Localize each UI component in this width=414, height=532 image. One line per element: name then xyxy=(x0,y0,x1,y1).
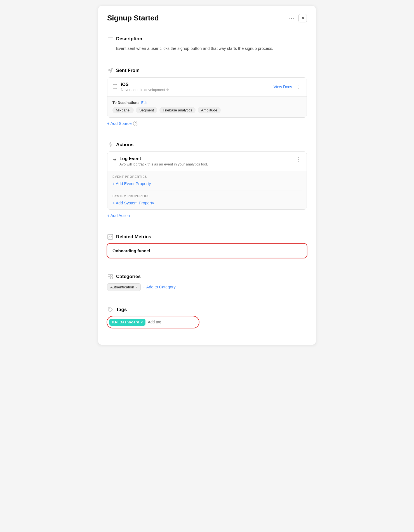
sent-from-section: Sent From iOS Nev xyxy=(107,68,307,126)
description-title: Description xyxy=(116,36,142,42)
ios-icon xyxy=(112,84,117,90)
add-source-link[interactable]: + Add Source xyxy=(107,121,131,126)
event-properties-label: EVENT PROPERTIES xyxy=(112,175,302,178)
actions-header: Actions xyxy=(107,142,307,148)
divider-4 xyxy=(107,267,307,267)
categories-title: Categories xyxy=(116,274,141,279)
ios-source-card: iOS Never seen in development View Docs … xyxy=(107,77,307,118)
dest-chip-amplitude: Amplitude xyxy=(198,107,221,113)
divider-2 xyxy=(107,135,307,135)
tags-icon xyxy=(107,307,113,312)
help-icon[interactable]: ? xyxy=(133,121,138,126)
system-properties-label: SYSTEM PROPERTIES xyxy=(112,194,302,198)
ios-card-left: iOS Never seen in development xyxy=(112,82,169,92)
log-event-more-menu[interactable]: ⋮ xyxy=(296,156,302,162)
log-event-desc: Avo will log/track this as an event in y… xyxy=(119,162,208,166)
add-tag-input[interactable] xyxy=(148,320,197,324)
status-indicator xyxy=(166,88,169,91)
log-event-info: Log Event Avo will log/track this as an … xyxy=(119,156,208,166)
panel-title: Signup Started xyxy=(107,14,159,22)
tag-chip-kpi: KPI Dashboard × xyxy=(109,319,145,326)
category-chip-authentication: Authentication × xyxy=(107,283,141,291)
sent-from-header: Sent From xyxy=(107,68,307,73)
ios-status: Never seen in development xyxy=(121,88,169,92)
close-button[interactable]: ✕ xyxy=(298,14,307,22)
add-action-row: + Add Action xyxy=(107,213,307,218)
actions-title: Actions xyxy=(116,142,133,148)
dest-chip-firebase: Firebase analytics xyxy=(159,107,196,113)
tag-chip-label: KPI Dashboard xyxy=(112,320,139,324)
ios-info: iOS Never seen in development xyxy=(121,82,169,92)
destinations-edit-link[interactable]: Edit xyxy=(141,101,147,105)
metrics-icon xyxy=(107,234,113,240)
source-more-menu[interactable]: ⋮ xyxy=(296,84,302,90)
view-docs-link[interactable]: View Docs xyxy=(274,85,292,89)
tags-wrapper: KPI Dashboard × xyxy=(107,316,199,328)
panel-body: Description Event sent when a user click… xyxy=(98,28,316,345)
ios-card-actions: View Docs ⋮ xyxy=(274,84,302,90)
categories-header: Categories xyxy=(107,274,307,279)
event-panel: Signup Started ··· ✕ Description Even xyxy=(98,6,316,345)
header-actions: ··· ✕ xyxy=(288,14,307,22)
panel-header: Signup Started ··· ✕ xyxy=(98,6,316,28)
sent-from-title: Sent From xyxy=(116,68,140,73)
description-header: Description xyxy=(107,36,307,42)
sent-from-icon xyxy=(107,68,113,73)
description-section: Description Event sent when a user click… xyxy=(107,36,307,52)
actions-icon xyxy=(107,142,113,148)
add-event-property-link[interactable]: + Add Event Property xyxy=(112,181,151,186)
svg-point-4 xyxy=(115,88,115,88)
destinations-section: To Destinations Edit Mixpanel Segment Fi… xyxy=(107,96,307,117)
tags-title: Tags xyxy=(116,307,127,312)
metric-name: Onboarding funnel xyxy=(112,248,150,253)
remove-tag-button[interactable]: × xyxy=(141,320,143,324)
more-options-button[interactable]: ··· xyxy=(288,15,295,22)
ios-card-row: iOS Never seen in development View Docs … xyxy=(107,78,307,96)
svg-rect-9 xyxy=(110,277,112,279)
add-system-property-link[interactable]: + Add System Property xyxy=(112,201,154,205)
add-action-link[interactable]: + Add Action xyxy=(107,213,130,218)
dest-chip-mixpanel: Mixpanel xyxy=(112,107,134,113)
description-icon xyxy=(107,36,113,42)
event-properties-section: EVENT PROPERTIES + Add Event Property SY… xyxy=(107,171,307,209)
svg-point-10 xyxy=(109,308,110,309)
destinations-label: To Destinations Edit xyxy=(112,101,302,105)
divider-5 xyxy=(107,300,307,300)
ios-name: iOS xyxy=(121,82,169,87)
log-event-row: ⇥ Log Event Avo will log/track this as a… xyxy=(107,152,307,171)
log-event-icon: ⇥ xyxy=(112,157,116,162)
related-metrics-title: Related Metrics xyxy=(116,234,151,240)
tags-row: KPI Dashboard × xyxy=(109,319,197,326)
add-to-category-link[interactable]: + Add to Category xyxy=(143,285,175,289)
dest-chip-segment: Segment xyxy=(136,107,157,113)
properties-divider xyxy=(112,190,302,190)
divider-3 xyxy=(107,227,307,227)
actions-section: Actions ⇥ Log Event Avo will log/track t… xyxy=(107,142,307,218)
destinations-chips: Mixpanel Segment Firebase analytics Ampl… xyxy=(112,107,302,113)
categories-icon xyxy=(107,274,113,279)
log-event-left: ⇥ Log Event Avo will log/track this as a… xyxy=(112,156,208,166)
related-metrics-header: Related Metrics xyxy=(107,234,307,240)
remove-authentication-button[interactable]: × xyxy=(136,285,138,289)
divider-1 xyxy=(107,61,307,61)
related-metrics-section: Related Metrics Onboarding funnel xyxy=(107,234,307,258)
log-event-card: ⇥ Log Event Avo will log/track this as a… xyxy=(107,151,307,210)
categories-row: Authentication × + Add to Category xyxy=(107,283,307,291)
svg-rect-6 xyxy=(108,274,110,276)
tags-header: Tags xyxy=(107,307,307,312)
description-text: Event sent when a user clicks the signup… xyxy=(116,46,307,52)
tags-section: Tags KPI Dashboard × xyxy=(107,307,307,328)
add-source-row: + Add Source ? xyxy=(107,121,307,126)
log-event-title: Log Event xyxy=(119,156,208,161)
svg-rect-7 xyxy=(110,274,112,276)
metrics-card-wrapper: Onboarding funnel xyxy=(107,244,307,258)
svg-rect-8 xyxy=(108,277,110,279)
categories-section: Categories Authentication × + Add to Cat… xyxy=(107,274,307,291)
metrics-card[interactable]: Onboarding funnel xyxy=(107,244,307,258)
category-chip-label: Authentication xyxy=(110,285,134,289)
